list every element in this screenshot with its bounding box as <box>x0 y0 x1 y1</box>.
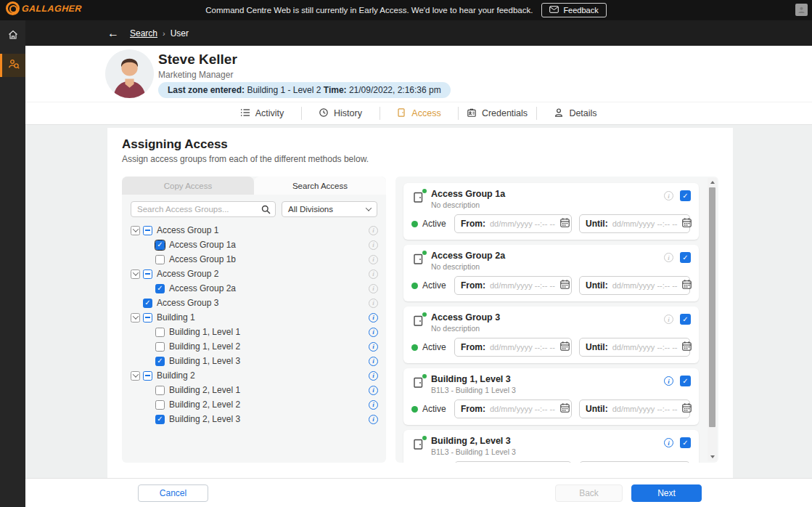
tree-checkbox[interactable] <box>143 299 152 308</box>
until-label: Until: <box>586 342 608 352</box>
from-date-field[interactable]: From:dd/mm/yyyy --:-- -- <box>454 461 572 463</box>
calendar-icon[interactable] <box>681 217 692 231</box>
calendar-icon[interactable] <box>681 402 692 416</box>
until-date-field[interactable]: Until:dd/mm/yyyy --:-- -- <box>579 399 690 418</box>
calendar-icon[interactable] <box>559 279 570 293</box>
calendar-icon[interactable] <box>559 402 570 416</box>
tree-item-label: Building 1 <box>157 312 195 323</box>
tree-checkbox[interactable] <box>155 415 165 424</box>
tree-checkbox[interactable] <box>155 240 165 250</box>
info-icon[interactable]: i <box>369 328 378 337</box>
card-checkbox[interactable] <box>680 252 691 263</box>
scroll-up-arrow[interactable] <box>708 178 717 187</box>
divisions-dropdown[interactable]: All Divisions <box>282 201 377 217</box>
nav-user-search[interactable] <box>0 54 25 77</box>
expand-collapse-toggle[interactable] <box>131 371 140 381</box>
scrollbar-thumb[interactable] <box>709 187 715 427</box>
tree-checkbox[interactable] <box>155 342 165 352</box>
card-checkbox[interactable] <box>680 437 691 448</box>
calendar-icon[interactable] <box>681 341 692 354</box>
info-icon[interactable]: i <box>369 240 378 250</box>
info-icon[interactable]: i <box>369 255 378 264</box>
info-icon[interactable]: i <box>369 342 378 352</box>
tree-item-label: Building 1, Level 1 <box>169 327 240 337</box>
scrollbar[interactable] <box>708 178 717 461</box>
nav-home[interactable] <box>0 25 25 48</box>
next-button[interactable]: Next <box>631 484 702 502</box>
expand-collapse-toggle[interactable] <box>131 226 140 235</box>
until-date-field[interactable]: Until:dd/mm/yyyy --:-- -- <box>579 276 690 295</box>
expand-collapse-toggle[interactable] <box>131 269 140 279</box>
info-icon[interactable]: i <box>369 269 378 279</box>
status-dot-icon <box>411 344 418 351</box>
expand-collapse-toggle[interactable] <box>131 313 140 323</box>
info-icon[interactable]: i <box>369 415 378 424</box>
info-icon[interactable]: i <box>664 315 673 324</box>
tree-row: Building 1, Level 1i <box>122 325 386 339</box>
info-icon[interactable]: i <box>369 226 378 235</box>
card-checkbox[interactable] <box>680 190 691 201</box>
tab-history[interactable]: History <box>302 108 380 120</box>
until-date-field[interactable]: Until:dd/mm/yyyy --:-- -- <box>579 461 690 463</box>
feedback-button[interactable]: Feedback <box>541 3 606 17</box>
cancel-button[interactable]: Cancel <box>138 484 208 502</box>
until-placeholder: dd/mm/yyyy --:-- -- <box>612 343 678 352</box>
back-arrow-icon[interactable]: ← <box>107 27 119 40</box>
info-icon[interactable]: i <box>369 284 378 293</box>
tree-checkbox[interactable] <box>155 284 165 293</box>
search-access-groups-input[interactable] <box>131 201 276 217</box>
tree-checkbox[interactable] <box>155 400 165 410</box>
tab-details[interactable]: Details <box>537 108 615 120</box>
copy-access-tab[interactable]: Copy Access <box>122 177 254 195</box>
tree-item-label: Access Group 3 <box>157 298 218 308</box>
tree-row: Building 2, Level 2i <box>122 397 386 412</box>
until-date-field[interactable]: Until:dd/mm/yyyy --:-- -- <box>579 214 690 233</box>
status-label: Active <box>422 342 446 352</box>
tab-activity[interactable]: Activity <box>223 108 301 120</box>
user-tabs: Activity History Access Credentials Deta… <box>25 102 812 125</box>
page-subtitle: Assign access groups from each of the di… <box>122 154 369 164</box>
tree-checkbox[interactable] <box>155 328 165 337</box>
from-date-field[interactable]: From:dd/mm/yyyy --:-- -- <box>454 399 572 418</box>
info-icon[interactable]: i <box>664 191 673 200</box>
search-access-tab[interactable]: Search Access <box>254 177 386 195</box>
tree-checkbox[interactable] <box>143 371 152 381</box>
tree-row: Access Group 2ai <box>122 281 386 296</box>
user-avatar[interactable] <box>795 4 808 16</box>
tab-access[interactable]: Access <box>380 108 458 120</box>
info-icon[interactable]: i <box>369 357 378 366</box>
info-icon[interactable]: i <box>369 400 378 410</box>
info-icon[interactable]: i <box>369 386 378 395</box>
back-button[interactable]: Back <box>555 484 623 502</box>
scroll-down-arrow[interactable] <box>708 453 717 461</box>
calendar-icon[interactable] <box>559 341 570 354</box>
from-date-field[interactable]: From:dd/mm/yyyy --:-- -- <box>454 276 572 295</box>
info-icon[interactable]: i <box>369 313 378 323</box>
info-icon[interactable]: i <box>369 371 378 381</box>
from-date-field[interactable]: From:dd/mm/yyyy --:-- -- <box>454 214 572 233</box>
tree-checkbox[interactable] <box>143 226 152 235</box>
from-label: From: <box>461 219 485 229</box>
access-group-door-icon <box>411 314 426 328</box>
info-icon[interactable]: i <box>664 438 673 447</box>
activity-list-icon <box>240 108 250 120</box>
from-date-field[interactable]: From:dd/mm/yyyy --:-- -- <box>454 338 572 357</box>
info-icon[interactable]: i <box>369 299 378 308</box>
until-date-field[interactable]: Until:dd/mm/yyyy --:-- -- <box>579 338 690 357</box>
assigning-access-section: Assigning Access Assign access groups fr… <box>107 128 733 478</box>
tree-checkbox[interactable] <box>155 357 165 366</box>
card-checkbox[interactable] <box>680 376 691 386</box>
tree-item-label: Building 2, Level 2 <box>169 399 240 410</box>
tree-checkbox[interactable] <box>143 313 152 323</box>
info-icon[interactable]: i <box>664 253 673 262</box>
tree-checkbox[interactable] <box>155 386 165 395</box>
tab-credentials[interactable]: Credentials <box>459 108 536 120</box>
calendar-icon[interactable] <box>559 217 570 231</box>
tree-checkbox[interactable] <box>143 269 152 279</box>
calendar-icon[interactable] <box>681 279 692 293</box>
access-card-icon <box>396 108 406 120</box>
info-icon[interactable]: i <box>664 376 673 386</box>
card-checkbox[interactable] <box>680 314 691 325</box>
tree-checkbox[interactable] <box>155 255 165 264</box>
breadcrumb-search-link[interactable]: Search <box>130 28 157 38</box>
